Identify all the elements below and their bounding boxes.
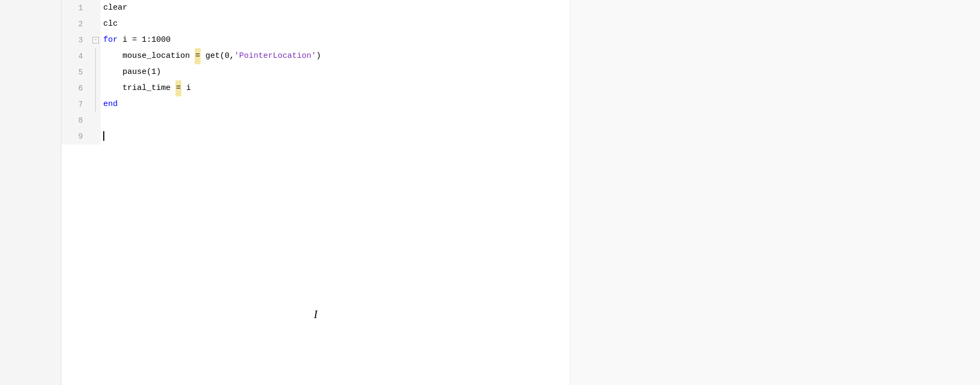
right-panel — [570, 0, 980, 385]
plain-token: ) — [316, 51, 321, 61]
fold-gutter-empty — [91, 16, 101, 32]
code-line[interactable]: 4 mouse_location = get(0,'PointerLocatio… — [62, 48, 570, 64]
line-number: 1 — [62, 0, 91, 16]
keyword-token: end — [103, 100, 118, 109]
string-token: 'PointerLocation' — [234, 51, 316, 61]
code-content[interactable] — [101, 112, 108, 129]
line-number: 6 — [62, 80, 91, 96]
plain-token: i = 1:1000 — [118, 35, 171, 44]
plain-token — [103, 84, 122, 93]
code-content[interactable]: pause(1) — [101, 64, 161, 80]
keyword-token: for — [103, 35, 118, 44]
assign-token: = — [175, 80, 181, 96]
fold-gutter-empty — [91, 0, 101, 16]
editor-container: 1clear2clc3−for i = 1:10004 mouse_locati… — [0, 0, 980, 385]
fold-gutter-empty — [91, 129, 101, 145]
plain-token: clc — [103, 19, 118, 28]
fold-line — [91, 96, 101, 112]
plain-token: clear — [103, 3, 127, 12]
plain-token: i — [181, 84, 191, 93]
mouse-cursor-ibeam: I — [314, 308, 318, 321]
code-line[interactable]: 2clc — [62, 16, 570, 32]
line-number: 8 — [62, 112, 91, 129]
text-cursor — [103, 131, 104, 141]
code-content[interactable]: clc — [101, 16, 118, 32]
left-panel — [0, 0, 62, 385]
code-line[interactable]: 6 trial_time = i — [62, 80, 570, 96]
code-content[interactable]: end — [101, 96, 118, 112]
line-number: 2 — [62, 16, 91, 32]
code-lines: 1clear2clc3−for i = 1:10004 mouse_locati… — [62, 0, 570, 145]
assign-token: = — [195, 48, 201, 64]
code-line[interactable]: 5 pause(1) — [62, 64, 570, 80]
code-line[interactable]: 1clear — [62, 0, 570, 16]
plain-token: trial_time — [122, 84, 175, 93]
line-number: 4 — [62, 48, 91, 64]
line-number: 3 — [62, 32, 91, 48]
line-number: 5 — [62, 64, 91, 80]
code-content[interactable]: for i = 1:1000 — [101, 32, 171, 48]
code-line[interactable]: 8 — [62, 112, 570, 129]
plain-token — [103, 67, 122, 77]
editor-area[interactable]: 1clear2clc3−for i = 1:10004 mouse_locati… — [62, 0, 570, 385]
fold-line — [91, 64, 101, 80]
code-line[interactable]: 3−for i = 1:1000 — [62, 32, 570, 48]
line-number: 7 — [62, 96, 91, 112]
plain-token — [103, 51, 122, 61]
plain-token: get(0, — [201, 51, 234, 61]
fold-gutter-empty — [91, 112, 101, 129]
fold-button[interactable]: − — [91, 32, 101, 48]
plain-token: mouse_location — [122, 51, 195, 61]
plain-token: pause(1) — [122, 67, 161, 77]
code-content[interactable]: trial_time = i — [101, 80, 191, 96]
line-number: 9 — [62, 129, 91, 145]
code-line[interactable]: 7end — [62, 96, 570, 112]
code-content[interactable] — [101, 129, 104, 145]
fold-line — [91, 48, 101, 64]
code-content[interactable]: mouse_location = get(0,'PointerLocation'… — [101, 48, 321, 64]
code-line[interactable]: 9 — [62, 129, 570, 145]
code-content[interactable]: clear — [101, 0, 127, 16]
fold-line — [91, 80, 101, 96]
